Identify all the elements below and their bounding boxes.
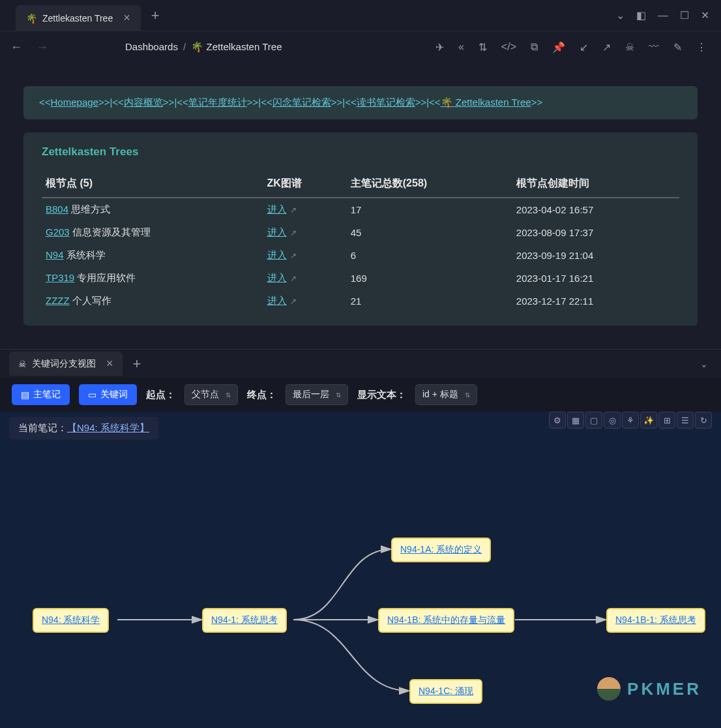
close-window-icon[interactable]: ✕ — [701, 9, 709, 22]
window-tab[interactable]: 🌴 Zettlekasten Tree × — [16, 5, 141, 31]
forward-icon[interactable]: → — [34, 38, 51, 57]
enter-link[interactable]: 进入 — [267, 272, 287, 283]
nav-link[interactable]: Homepage — [51, 97, 98, 108]
root-id-link[interactable]: B804 — [46, 204, 68, 215]
graph-node[interactable]: N94-1B-1: 系统思考 — [606, 608, 705, 633]
display-select[interactable]: id + 标题 ⇅ — [415, 384, 477, 405]
graph-node[interactable]: N94: 系统科学 — [33, 608, 109, 633]
root-id-link[interactable]: ZZZZ — [46, 295, 70, 306]
external-icon: ↗ — [288, 205, 297, 215]
graph-node[interactable]: N94-1C: 涌现 — [409, 679, 482, 704]
root-id-link[interactable]: N94 — [46, 249, 64, 260]
graph-node[interactable]: N94-1B: 系统中的存量与流量 — [378, 608, 514, 633]
minimize-icon[interactable]: — — [658, 10, 668, 22]
trees-title: Zettelkasten Trees — [42, 145, 679, 159]
target-icon[interactable]: ◎ — [604, 412, 621, 429]
enter-link[interactable]: 进入 — [267, 249, 287, 260]
end-value: 最后一层 — [293, 389, 329, 401]
expand-icon[interactable]: ↗ — [602, 41, 611, 53]
close-icon[interactable]: × — [106, 357, 113, 371]
new-tab-button[interactable]: + — [151, 7, 160, 24]
keyword-button[interactable]: ▭ 关键词 — [79, 384, 137, 405]
sort-icon[interactable]: ⇅ — [478, 41, 487, 53]
table-row: B804 思维方式进入 ↗172023-04-02 16:57 — [42, 198, 679, 221]
breadcrumb-parent[interactable]: Dashboards — [125, 41, 178, 52]
more-icon[interactable]: ⋮ — [696, 41, 707, 53]
nav-link[interactable]: 闪念笔记检索 — [272, 97, 331, 108]
caret-icon: ⇅ — [465, 391, 470, 399]
node-link[interactable]: N94-1B: 系统中的存量与流量 — [387, 614, 505, 625]
graph-node[interactable]: N94-1A: 系统的定义 — [391, 538, 491, 562]
ghost-icon[interactable]: ☠ — [625, 41, 634, 53]
window-controls: ⌄ ◧ — ☐ ✕ — [616, 9, 721, 22]
wand-icon[interactable]: ✨ — [640, 412, 657, 429]
lower-tab[interactable]: ☠ 关键词分支视图 × — [9, 352, 123, 376]
node-link[interactable]: N94-1: 系统思考 — [211, 614, 278, 625]
root-name: 系统科学 — [66, 249, 106, 260]
node-link[interactable]: N94-1C: 涌现 — [419, 686, 473, 696]
edit-icon[interactable]: ✎ — [673, 41, 682, 53]
list-icon[interactable]: ☰ — [677, 412, 694, 429]
display-value: id + 标题 — [422, 389, 458, 401]
send-icon[interactable]: ✈ — [435, 41, 444, 53]
collapse-icon[interactable]: ↙ — [580, 41, 588, 53]
chevron-down-icon[interactable]: ⌄ — [616, 9, 625, 22]
count-cell: 45 — [347, 221, 512, 244]
lower-tab-label: 关键词分支视图 — [32, 358, 96, 370]
code-icon[interactable]: </> — [501, 41, 516, 53]
refresh-icon[interactable]: ↻ — [695, 412, 712, 429]
current-note-bar: 当前笔记： 【N94: 系统科学】 — [9, 417, 158, 440]
activity-icon[interactable]: 〰 — [649, 41, 659, 53]
nav-link[interactable]: 🌴 Zettelkasten Tree — [441, 97, 531, 108]
nav-link[interactable]: 读书笔记检索 — [357, 97, 415, 108]
chevron-down-icon[interactable]: ⌄ — [700, 359, 708, 369]
table-row: TP319 专用应用软件进入 ↗1692023-01-17 16:21 — [42, 267, 679, 290]
graph-node[interactable]: N94-1: 系统思考 — [202, 608, 287, 633]
grid-icon[interactable]: ▦ — [567, 412, 584, 429]
ghost-icon: ☠ — [18, 359, 27, 369]
root-id-link[interactable]: TP319 — [46, 272, 74, 283]
new-tab-button[interactable]: + — [133, 356, 141, 372]
tab-title: Zettlekasten Tree — [42, 13, 113, 23]
navbar: ← → Dashboards / 🌴 Zettelkasten Tree ✈ «… — [0, 31, 721, 63]
people-icon[interactable]: ⚘ — [622, 412, 639, 429]
enter-link[interactable]: 进入 — [267, 226, 287, 237]
start-value: 父节点 — [192, 389, 219, 401]
count-cell: 6 — [347, 244, 512, 267]
gear-icon[interactable]: ⚙ — [549, 412, 566, 429]
node-link[interactable]: N94-1B-1: 系统思考 — [615, 614, 696, 625]
dashboard-content: <<Homepage>>|<<内容概览>>|<<笔记年度统计>>|<<闪念笔记检… — [0, 63, 721, 349]
enter-link[interactable]: 进入 — [267, 204, 287, 215]
pin-icon[interactable]: 📌 — [552, 41, 565, 53]
start-select[interactable]: 父节点 ⇅ — [184, 384, 238, 405]
copy-icon[interactable]: ⧉ — [531, 41, 538, 53]
table-icon[interactable]: ⊞ — [658, 412, 675, 429]
table-row: N94 系统科学进入 ↗62023-09-19 21:04 — [42, 244, 679, 267]
node-link[interactable]: N94-1A: 系统的定义 — [400, 544, 482, 554]
node-link[interactable]: N94: 系统科学 — [42, 614, 100, 625]
rect-icon[interactable]: ▢ — [585, 412, 602, 429]
diagram-toolbar: ▤ 主笔记 ▭ 关键词 起点： 父节点 ⇅ 终点： 最后一层 ⇅ 显示文本： i… — [0, 378, 721, 412]
rewind-icon[interactable]: « — [458, 41, 464, 53]
nav-link[interactable]: 笔记年度统计 — [188, 97, 247, 108]
table-row: G203 信息资源及其管理进入 ↗452023-08-09 17:37 — [42, 221, 679, 244]
sidebar-toggle-icon[interactable]: ◧ — [636, 9, 646, 22]
count-cell: 169 — [347, 267, 512, 290]
diagram-canvas[interactable]: PKMER N94: 系统科学N94-1: 系统思考N94-1A: 系统的定义N… — [0, 440, 721, 728]
current-note-link[interactable]: 【N94: 系统科学】 — [67, 422, 149, 434]
main-note-button[interactable]: ▤ 主笔记 — [12, 384, 70, 405]
created-cell: 2023-01-17 16:21 — [512, 267, 679, 290]
end-select[interactable]: 最后一层 ⇅ — [286, 384, 348, 405]
col-total: 主笔记总数(258) — [347, 170, 512, 198]
root-name: 思维方式 — [71, 204, 110, 215]
watermark: PKMER — [597, 677, 701, 701]
btn-main-label: 主笔记 — [33, 389, 61, 401]
root-id-link[interactable]: G203 — [46, 226, 70, 237]
back-icon[interactable]: ← — [8, 38, 25, 57]
maximize-icon[interactable]: ☐ — [680, 9, 689, 22]
enter-link[interactable]: 进入 — [267, 295, 287, 306]
close-icon[interactable]: × — [123, 11, 130, 25]
lower-tab-strip: ☠ 关键词分支视图 × + ⌄ — [0, 349, 721, 378]
nav-links-box: <<Homepage>>|<<内容概览>>|<<笔记年度统计>>|<<闪念笔记检… — [23, 86, 698, 119]
nav-link[interactable]: 内容概览 — [124, 97, 163, 108]
